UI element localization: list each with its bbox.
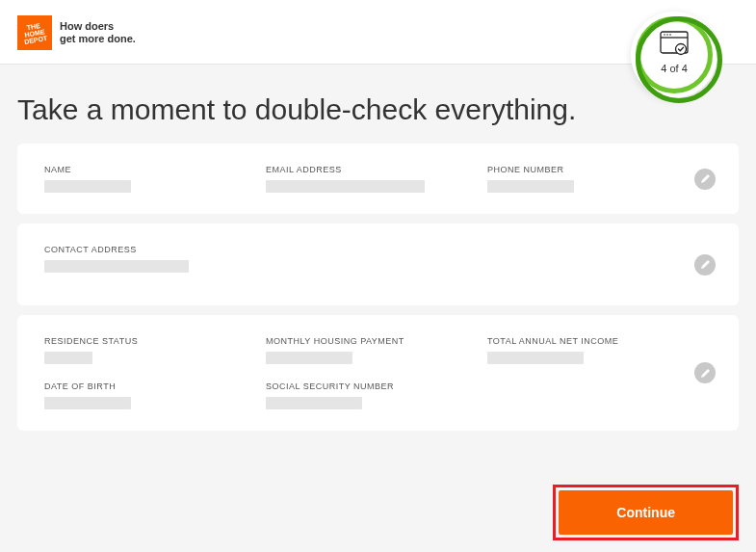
label-email: EMAIL ADDRESS	[266, 165, 458, 174]
continue-highlight: Continue	[553, 485, 739, 540]
pencil-icon	[700, 259, 711, 270]
fields-wrap: RESIDENCE STATUS MONTHLY HOUSING PAYMENT…	[44, 336, 712, 409]
pencil-icon	[700, 173, 711, 184]
value-email	[266, 180, 425, 193]
review-cards: NAME EMAIL ADDRESS PHONE NUMBER CONTACT …	[0, 144, 756, 431]
value-ssn	[266, 397, 362, 409]
logo-text: THE HOME DEPOT	[15, 20, 53, 46]
field-residence-status: RESIDENCE STATUS	[44, 336, 237, 364]
value-residence-status	[44, 352, 92, 364]
field-annual-income: TOTAL ANNUAL NET INCOME	[487, 336, 680, 364]
label-monthly-housing: MONTHLY HOUSING PAYMENT	[266, 336, 458, 346]
financial-info-card: RESIDENCE STATUS MONTHLY HOUSING PAYMENT…	[17, 315, 739, 431]
edit-personal-button[interactable]	[694, 169, 716, 190]
field-ssn: SOCIAL SECURITY NUMBER	[266, 381, 458, 409]
pencil-icon	[700, 368, 711, 379]
label-dob: DATE OF BIRTH	[44, 381, 237, 391]
field-contact-address: CONTACT ADDRESS	[44, 245, 237, 273]
field-dob: DATE OF BIRTH	[44, 381, 237, 409]
field-phone: PHONE NUMBER	[487, 165, 680, 193]
continue-button[interactable]: Continue	[559, 490, 733, 535]
progress-ring	[636, 16, 713, 93]
label-phone: PHONE NUMBER	[487, 165, 680, 174]
value-contact-address	[44, 260, 189, 273]
label-name: NAME	[44, 165, 237, 174]
value-monthly-housing	[266, 352, 352, 364]
progress-badge: 4 of 4	[631, 12, 717, 98]
field-monthly-housing: MONTHLY HOUSING PAYMENT	[266, 336, 458, 364]
tagline-line1: How doers	[60, 20, 136, 33]
fields-wrap: CONTACT ADDRESS	[44, 245, 712, 273]
value-phone	[487, 180, 574, 193]
label-ssn: SOCIAL SECURITY NUMBER	[266, 381, 458, 391]
home-depot-logo: THE HOME DEPOT	[17, 15, 52, 50]
label-annual-income: TOTAL ANNUAL NET INCOME	[487, 336, 680, 346]
tagline-line2: get more done.	[60, 33, 136, 45]
edit-financial-button[interactable]	[694, 362, 716, 383]
personal-info-card: NAME EMAIL ADDRESS PHONE NUMBER	[17, 144, 739, 214]
value-name	[44, 180, 131, 193]
value-annual-income	[487, 352, 584, 364]
fields-wrap: NAME EMAIL ADDRESS PHONE NUMBER	[44, 165, 712, 193]
tagline: How doers get more done.	[60, 20, 136, 45]
label-contact-address: CONTACT ADDRESS	[44, 245, 237, 254]
field-email: EMAIL ADDRESS	[266, 165, 458, 193]
label-residence-status: RESIDENCE STATUS	[44, 336, 237, 346]
value-dob	[44, 397, 131, 409]
edit-address-button[interactable]	[694, 254, 716, 276]
contact-address-card: CONTACT ADDRESS	[17, 223, 739, 305]
field-name: NAME	[44, 165, 237, 193]
